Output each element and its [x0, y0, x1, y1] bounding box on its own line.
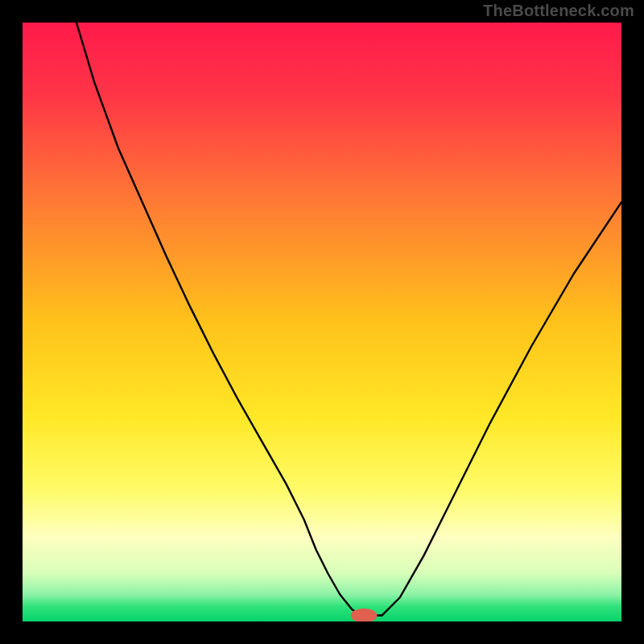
plot-area: [23, 23, 621, 621]
bottleneck-chart: [23, 23, 621, 621]
watermark-text: TheBottleneck.com: [483, 2, 634, 20]
gradient-background: [23, 23, 621, 621]
chart-frame: TheBottleneck.com: [0, 0, 644, 644]
